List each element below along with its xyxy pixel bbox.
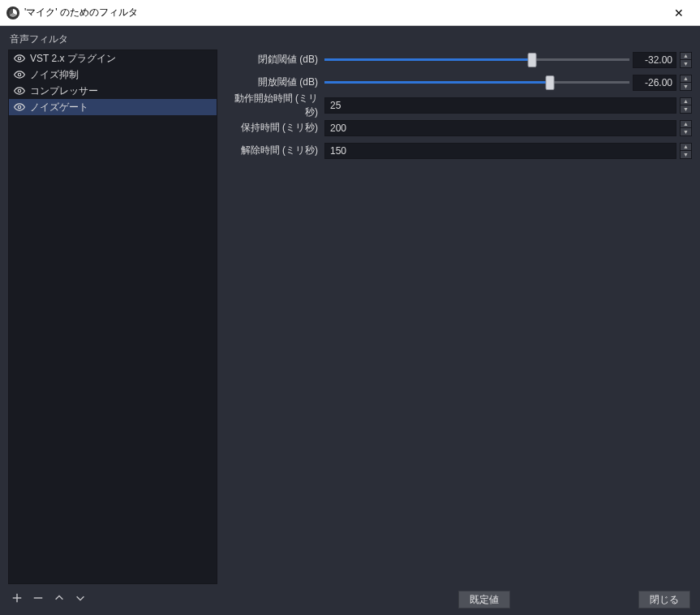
hold-time-input[interactable]: 200 [324, 120, 676, 136]
window-close-button[interactable]: ✕ [663, 2, 695, 24]
visibility-icon[interactable] [14, 69, 25, 80]
plus-icon [11, 592, 23, 607]
visibility-icon[interactable] [14, 101, 25, 113]
chevron-up-icon[interactable]: ▲ [681, 98, 691, 106]
release-time-spinner[interactable]: ▲ ▼ [680, 143, 692, 159]
close-threshold-value[interactable]: -32.00 [633, 52, 676, 68]
defaults-button[interactable]: 既定値 [458, 591, 510, 609]
svg-point-0 [18, 57, 21, 60]
visibility-icon[interactable] [14, 85, 25, 97]
chevron-down-icon[interactable]: ▼ [681, 83, 691, 90]
titlebar: 'マイク' のためのフィルタ ✕ [0, 0, 700, 26]
app-icon [6, 6, 19, 19]
open-threshold-spinner[interactable]: ▲ ▼ [680, 75, 692, 91]
attack-time-label: 動作開始時間 (ミリ秒) [225, 92, 324, 119]
close-button[interactable]: 閉じる [638, 591, 690, 609]
filter-list[interactable]: VST 2.x プラグイン ノイズ抑制 コンプレッサー ノイズゲート [8, 49, 217, 584]
open-threshold-label: 開放閾値 (dB) [225, 75, 324, 89]
footer-toolbar: 既定値 閉じる [0, 584, 700, 615]
filter-item-label: コンプレッサー [30, 84, 98, 98]
close-threshold-slider[interactable] [324, 52, 629, 68]
filter-item-label: ノイズ抑制 [30, 68, 79, 82]
filter-item-label: ノイズゲート [30, 101, 88, 114]
open-threshold-slider[interactable] [324, 75, 629, 91]
filter-item-label: VST 2.x プラグイン [30, 52, 116, 66]
hold-time-label: 保持時間 (ミリ秒) [225, 121, 324, 135]
attack-time-spinner[interactable]: ▲ ▼ [680, 97, 692, 114]
close-threshold-spinner[interactable]: ▲ ▼ [680, 52, 692, 68]
svg-point-3 [18, 105, 21, 109]
chevron-up-icon[interactable]: ▲ [681, 144, 691, 152]
chevron-down-icon[interactable]: ▼ [681, 60, 691, 67]
filter-item-vst[interactable]: VST 2.x プラグイン [9, 50, 217, 67]
chevron-down-icon[interactable]: ▼ [681, 105, 691, 113]
chevron-down-icon[interactable]: ▼ [681, 151, 691, 158]
remove-filter-button[interactable] [31, 592, 45, 607]
move-down-button[interactable] [73, 592, 88, 607]
add-filter-button[interactable] [10, 592, 24, 607]
filter-item-noise-suppression[interactable]: ノイズ抑制 [9, 67, 217, 83]
svg-point-2 [18, 89, 21, 92]
audio-filters-label: 音声フィルタ [8, 32, 217, 46]
hold-time-spinner[interactable]: ▲ ▼ [680, 120, 692, 136]
move-up-button[interactable] [52, 592, 67, 607]
release-time-label: 解除時間 (ミリ秒) [225, 144, 324, 157]
filter-item-noise-gate[interactable]: ノイズゲート [9, 99, 217, 115]
attack-time-input[interactable]: 25 [324, 97, 676, 114]
chevron-up-icon[interactable]: ▲ [681, 121, 691, 129]
visibility-icon[interactable] [14, 53, 25, 64]
open-threshold-value[interactable]: -26.00 [633, 75, 676, 91]
chevron-up-icon[interactable]: ▲ [681, 53, 691, 61]
filter-item-compressor[interactable]: コンプレッサー [9, 83, 217, 99]
minus-icon [32, 592, 44, 607]
close-threshold-label: 閉鎖閾値 (dB) [225, 53, 324, 67]
svg-point-1 [18, 73, 21, 76]
release-time-input[interactable]: 150 [324, 143, 676, 159]
chevron-down-icon [75, 592, 86, 607]
window-title: 'マイク' のためのフィルタ [24, 6, 138, 19]
chevron-down-icon[interactable]: ▼ [681, 128, 691, 135]
properties-panel: 閉鎖閾値 (dB) -32.00 ▲ ▼ 開放閾値 (dB) [225, 32, 692, 584]
close-icon: ✕ [674, 6, 684, 19]
chevron-up-icon [54, 592, 65, 607]
chevron-up-icon[interactable]: ▲ [681, 75, 691, 84]
